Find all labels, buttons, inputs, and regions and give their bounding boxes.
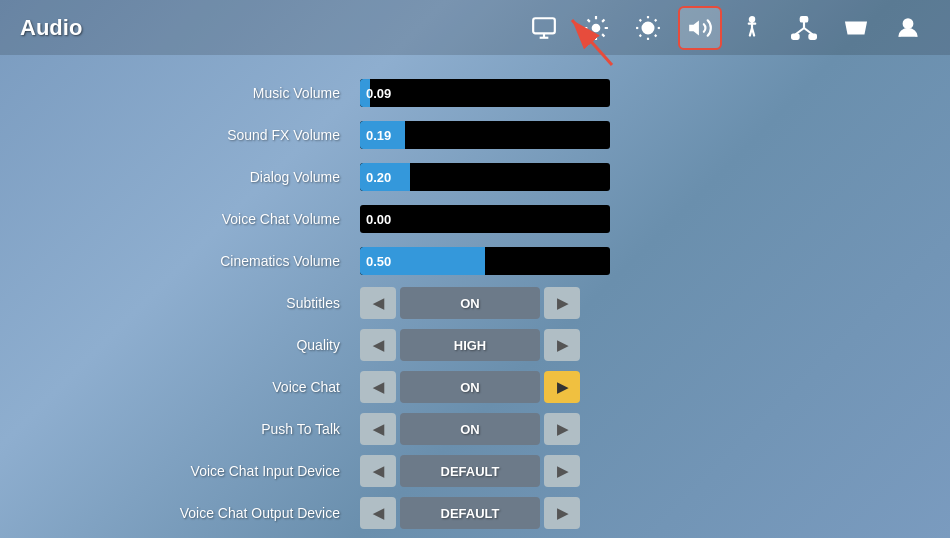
- label-voice-chat: Voice Chat: [60, 379, 360, 395]
- toggle-left-push-to-talk[interactable]: ◀: [360, 413, 396, 445]
- label-voice-chat-volume: Voice Chat Volume: [60, 211, 360, 227]
- toggle-right-push-to-talk[interactable]: ▶: [544, 413, 580, 445]
- toggle-voice-chat-output: ◀DEFAULT▶: [360, 497, 580, 529]
- svg-line-20: [804, 28, 813, 35]
- toggle-value-quality: High: [400, 329, 540, 361]
- svg-rect-0: [533, 18, 555, 33]
- label-voice-chat-output: Voice Chat Output Device: [60, 505, 360, 521]
- slider-voice-chat-volume[interactable]: 0.00: [360, 205, 610, 233]
- svg-line-11: [640, 34, 642, 36]
- label-dialog-volume: Dialog Volume: [60, 169, 360, 185]
- setting-row-voice-chat-input: Voice Chat Input Device◀DEFAULT▶: [60, 453, 890, 489]
- toggle-value-push-to-talk: On: [400, 413, 540, 445]
- toggle-left-voice-chat-input[interactable]: ◀: [360, 455, 396, 487]
- setting-row-quality: Quality◀High▶: [60, 327, 890, 363]
- svg-marker-13: [689, 20, 699, 35]
- toggle-value-voice-chat-input: DEFAULT: [400, 455, 540, 487]
- slider-music-volume[interactable]: 0.09: [360, 79, 610, 107]
- toggle-voice-chat: ◀On▶: [360, 371, 580, 403]
- label-subtitles: Subtitles: [60, 295, 360, 311]
- toggle-value-voice-chat: On: [400, 371, 540, 403]
- label-voice-chat-input: Voice Chat Input Device: [60, 463, 360, 479]
- slider-value-voice-chat-volume: 0.00: [366, 212, 391, 227]
- slider-dialog-volume[interactable]: 0.20: [360, 163, 610, 191]
- toggle-value-subtitles: On: [400, 287, 540, 319]
- toggle-left-voice-chat-output[interactable]: ◀: [360, 497, 396, 529]
- setting-row-cinematics-volume: Cinematics Volume0.50: [60, 243, 890, 279]
- setting-row-dialog-volume: Dialog Volume0.20: [60, 159, 890, 195]
- nav-icon-accessibility[interactable]: [730, 6, 774, 50]
- svg-line-19: [795, 28, 804, 35]
- svg-line-8: [655, 34, 657, 36]
- toggle-voice-chat-input: ◀DEFAULT▶: [360, 455, 580, 487]
- slider-sound-fx-volume[interactable]: 0.19: [360, 121, 610, 149]
- slider-value-music-volume: 0.09: [366, 86, 391, 101]
- svg-rect-17: [809, 34, 816, 38]
- toggle-right-voice-chat-output[interactable]: ▶: [544, 497, 580, 529]
- label-cinematics-volume: Cinematics Volume: [60, 253, 360, 269]
- toggle-value-voice-chat-output: DEFAULT: [400, 497, 540, 529]
- nav-icons: [522, 6, 930, 50]
- slider-value-cinematics-volume: 0.50: [366, 254, 391, 269]
- label-music-volume: Music Volume: [60, 85, 360, 101]
- slider-value-dialog-volume: 0.20: [366, 170, 391, 185]
- toggle-right-voice-chat[interactable]: ▶: [544, 371, 580, 403]
- setting-row-sound-fx-volume: Sound FX Volume0.19: [60, 117, 890, 153]
- label-sound-fx-volume: Sound FX Volume: [60, 127, 360, 143]
- setting-row-voice-chat: Voice Chat◀On▶: [60, 369, 890, 405]
- settings-content: Music Volume0.09Sound FX Volume0.19Dialo…: [0, 55, 950, 538]
- svg-point-21: [904, 19, 913, 28]
- nav-icon-controller[interactable]: [834, 6, 878, 50]
- nav-icon-brightness[interactable]: [626, 6, 670, 50]
- setting-row-push-to-talk: Push To Talk◀On▶: [60, 411, 890, 447]
- toggle-quality: ◀High▶: [360, 329, 580, 361]
- svg-rect-16: [792, 34, 799, 38]
- setting-row-subtitles: Subtitles◀On▶: [60, 285, 890, 321]
- svg-point-4: [643, 22, 654, 33]
- toggle-right-voice-chat-input[interactable]: ▶: [544, 455, 580, 487]
- toggle-left-subtitles[interactable]: ◀: [360, 287, 396, 319]
- svg-rect-15: [801, 17, 808, 21]
- svg-point-3: [593, 24, 600, 31]
- svg-line-12: [655, 19, 657, 21]
- toggle-right-subtitles[interactable]: ▶: [544, 287, 580, 319]
- header: Audio: [0, 0, 950, 55]
- nav-icon-gear[interactable]: [574, 6, 618, 50]
- nav-icon-monitor[interactable]: [522, 6, 566, 50]
- nav-icon-audio[interactable]: [678, 6, 722, 50]
- slider-value-sound-fx-volume: 0.19: [366, 128, 391, 143]
- toggle-subtitles: ◀On▶: [360, 287, 580, 319]
- toggle-right-quality[interactable]: ▶: [544, 329, 580, 361]
- label-push-to-talk: Push To Talk: [60, 421, 360, 437]
- toggle-left-quality[interactable]: ◀: [360, 329, 396, 361]
- setting-row-voice-chat-volume: Voice Chat Volume0.00: [60, 201, 890, 237]
- nav-icon-account[interactable]: [886, 6, 930, 50]
- slider-cinematics-volume[interactable]: 0.50: [360, 247, 610, 275]
- setting-row-voice-chat-output: Voice Chat Output Device◀DEFAULT▶: [60, 495, 890, 531]
- toggle-push-to-talk: ◀On▶: [360, 413, 580, 445]
- nav-icon-network[interactable]: [782, 6, 826, 50]
- svg-line-7: [640, 19, 642, 21]
- toggle-left-voice-chat[interactable]: ◀: [360, 371, 396, 403]
- page-title: Audio: [20, 15, 82, 41]
- label-quality: Quality: [60, 337, 360, 353]
- setting-row-music-volume: Music Volume0.09: [60, 75, 890, 111]
